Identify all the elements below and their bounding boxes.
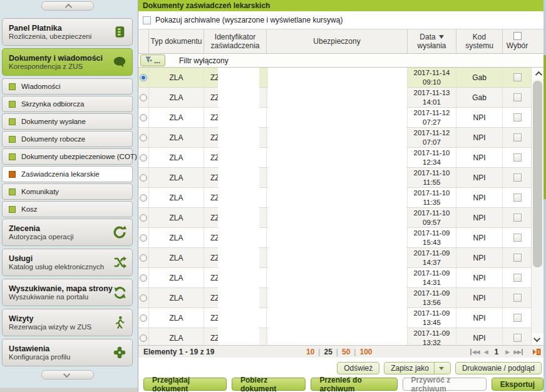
cell-wybor [503,208,532,227]
column-header-ubezpieczony[interactable]: Ubezpieczony [267,29,408,53]
cell-typ-dokumentu: ZLA [149,328,204,345]
row-checkbox[interactable] [513,314,522,322]
pobierz-dokument-button[interactable]: Pobierz dokument [232,378,306,391]
show-archive-checkbox[interactable] [143,16,151,24]
page-size-option-10[interactable]: 10 [306,348,314,356]
column-header-typ-dokumentu[interactable]: Typ dokumentu [149,29,204,53]
refresh-button[interactable]: Odśwież [337,362,379,374]
row-checkbox[interactable] [513,153,522,162]
sidebar-item-wizyty[interactable]: Wizyty Rezerwacja wizyty w ZUS [2,309,133,336]
sidebar-item-dokumenty-robocze[interactable]: Dokumenty robocze [2,131,133,147]
row-radio-button[interactable] [140,134,147,142]
row-checkbox[interactable] [513,254,522,262]
row-checkbox[interactable] [513,93,522,101]
scroll-thumb[interactable] [533,81,542,267]
sidebar-item-ustawienia[interactable]: Ustawienia Konfiguracja profilu [2,339,133,366]
page-size-option-50[interactable]: 50 [342,348,350,356]
prev-page-button[interactable]: ◀ [484,349,488,355]
cell-radio [138,268,149,287]
przeglądaj-dokument-button[interactable]: Przeglądaj dokument [143,378,227,391]
page-title: Dokumenty zaświadczeń lekarskich [138,0,543,11]
filter-button-label: ... [154,56,160,65]
column-label: wysłania [417,41,446,50]
cell-data-wyslania: 2017-11-1207:07 [408,128,456,147]
first-page-button[interactable]: ◀◀ [470,349,480,355]
cell-kod-systemu: NPI [456,168,503,187]
page-size-option-25[interactable]: 25 [324,348,332,356]
row-radio-button[interactable] [140,214,147,222]
row-radio-button[interactable] [140,274,147,282]
row-radio-button[interactable] [140,174,147,182]
cell-data-wyslania: 2017-11-1011:35 [408,188,456,207]
sidebar-collapse-up-button[interactable] [41,1,94,11]
column-header-identyfikator-zaswiadczenia[interactable]: Identyfikator zaświadczenia [204,29,267,53]
sidebar-item-panel-platnika[interactable]: Panel Płatnika Rozliczenia, ubezpieczeni [2,18,133,46]
table-scrollbar[interactable] [531,68,543,345]
sidebar-item-dokumenty-wyslane[interactable]: Dokumenty wysłane [2,113,133,130]
row-radio-button[interactable] [140,314,147,322]
cell-typ-dokumentu: ZLA [149,308,204,328]
save-as-dropdown-button[interactable] [434,363,444,374]
row-checkbox[interactable] [513,113,522,121]
bullet-square-icon [9,171,16,178]
sidebar-collapse-down-button[interactable] [41,370,94,379]
row-radio-button[interactable] [140,334,147,342]
sidebar-item-dokumenty-ubezpieczeniowe-cot[interactable]: Dokumenty ubezpieczeniowe (COT) [2,148,133,165]
row-checkbox[interactable] [513,274,522,282]
row-radio-button[interactable] [140,194,147,202]
row-radio-button[interactable] [140,234,147,242]
row-checkbox[interactable] [513,73,522,81]
column-header-kod-systemu[interactable]: Kod systemu [456,29,503,53]
row-checkbox[interactable] [513,334,522,342]
sidebar-item-skrzynka-odbiorcza[interactable]: Skrzynka odbiorcza [2,96,133,112]
bullet-square-icon [9,153,16,160]
column-header-wybor[interactable]: Wybór [503,29,532,53]
row-checkbox[interactable] [513,294,522,302]
sidebar-item-komunikaty[interactable]: Komunikaty [2,183,133,200]
sidebar-item-wyszukiwanie-mapa-strony[interactable]: Wyszukiwanie, mapa strony Wyszukiwanie n… [2,279,133,306]
print-preview-button[interactable]: Drukowanie / podgląd [455,362,542,374]
window-scrollbar[interactable] [543,0,546,392]
select-all-checkbox[interactable] [513,32,522,40]
window-scroll-thumb[interactable] [543,55,546,199]
table-footer: Elementy 1 - 19 z 19 10|25|50|100 ◀◀ ◀ 1… [138,345,543,358]
last-page-button[interactable]: ▶▶ [513,349,523,355]
cell-radio [138,288,149,307]
scroll-down-button[interactable] [532,333,543,345]
row-radio-button[interactable] [140,94,147,101]
detach-view-icon[interactable] [532,348,541,356]
row-checkbox[interactable] [513,234,522,242]
next-page-button[interactable]: ▶ [505,349,509,355]
row-radio-button[interactable] [140,294,147,302]
eksportuj-button[interactable]: Eksportuj [492,378,543,391]
przywróć-z-archiwum-button[interactable]: Przywróć z archiwum [403,378,487,391]
row-radio-button[interactable] [140,154,147,162]
row-radio-button[interactable] [140,254,147,262]
row-radio-button[interactable] [140,74,147,81]
sidebar-item-dokumenty-i-wiadomosci[interactable]: Dokumenty i wiadomości Korespondencja z … [2,48,133,76]
row-radio-button[interactable] [140,114,147,121]
cell-wybor [503,268,532,287]
sidebar-item-zaswiadczenia-lekarskie[interactable]: Zaświadczenia lekarskie [2,166,133,182]
row-checkbox[interactable] [513,193,522,202]
cell-kod-systemu: Gab [456,68,503,87]
sidebar-item-wiadomosci[interactable]: Wiadomości [2,78,133,95]
sidebar-item-kosz[interactable]: Kosz [2,201,133,217]
row-checkbox[interactable] [513,133,522,142]
sidebar-item-zlecenia[interactable]: Zlecenia Autoryzacja operacji [2,219,133,246]
cell-radio [138,188,149,207]
cell-wybor [503,128,532,147]
cell-kod-systemu: Gab [456,88,503,107]
sidebar-item-text: Zlecenia Autoryzacja operacji [9,224,112,240]
save-as-button[interactable]: Zapisz jako [384,362,451,374]
row-checkbox[interactable] [513,173,522,182]
row-checkbox[interactable] [513,214,522,222]
page-size-option-100[interactable]: 100 [359,348,372,356]
przenieś-do-archiwum-button[interactable]: Przenieś do archiwum [311,378,397,391]
scroll-up-button[interactable] [532,68,543,80]
sidebar-item-uslugi[interactable]: Usługi Katalog usług elektronicznych [2,249,133,276]
elements-count-label: Elementy 1 - 19 z 19 [143,348,214,356]
sidebar-item-text: Ustawienia Konfiguracja profilu [9,344,112,361]
filter-button[interactable]: ... [140,54,165,66]
column-header-data-wyslania[interactable]: Data wysłania [408,29,456,53]
